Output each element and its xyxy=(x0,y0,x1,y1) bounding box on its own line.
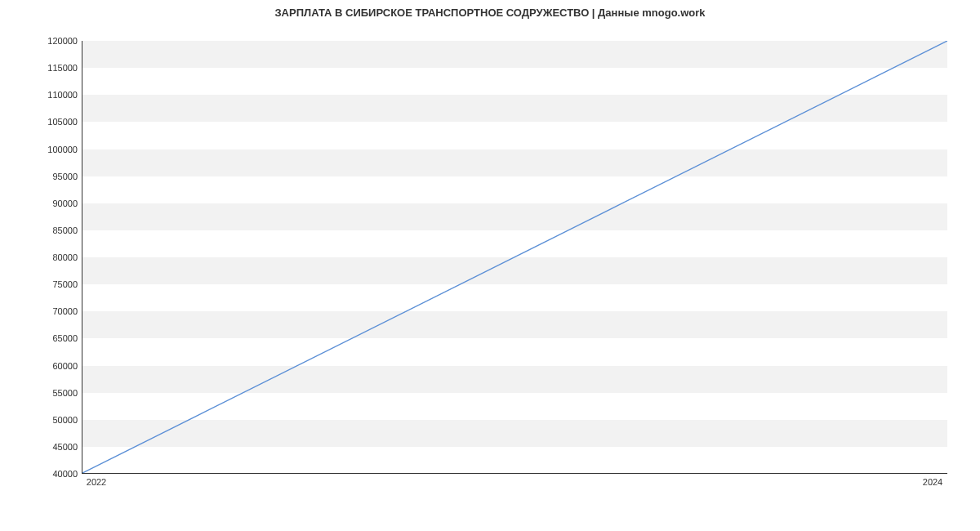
y-tick-label: 95000 xyxy=(52,172,78,181)
y-tick-label: 50000 xyxy=(52,415,78,425)
y-tick-label: 85000 xyxy=(52,225,78,235)
y-tick-label: 45000 xyxy=(52,442,78,452)
y-tick-label: 115000 xyxy=(47,63,78,73)
y-tick-label: 105000 xyxy=(47,117,78,127)
y-tick-label: 55000 xyxy=(52,388,78,398)
x-axis-labels: 20222024 xyxy=(82,477,947,493)
y-tick-label: 60000 xyxy=(52,361,78,371)
y-tick-label: 75000 xyxy=(52,279,78,289)
y-tick-label: 110000 xyxy=(47,90,78,100)
y-tick-label: 90000 xyxy=(52,199,78,208)
y-tick-label: 65000 xyxy=(52,333,78,343)
data-line xyxy=(82,41,947,473)
x-tick-label: 2024 xyxy=(923,477,942,487)
x-tick-label: 2022 xyxy=(87,477,106,487)
plot-area xyxy=(82,41,947,474)
y-tick-label: 80000 xyxy=(52,252,78,262)
salary-line-chart: ЗАРПЛАТА В СИБИРСКОЕ ТРАНСПОРТНОЕ СОДРУЖ… xyxy=(0,0,980,531)
y-tick-label: 100000 xyxy=(47,145,78,154)
y-axis-labels: 4000045000500005500060000650007000075000… xyxy=(0,41,78,474)
y-tick-label: 120000 xyxy=(47,36,78,46)
y-tick-label: 40000 xyxy=(52,469,78,479)
y-tick-label: 70000 xyxy=(52,306,78,316)
chart-title: ЗАРПЛАТА В СИБИРСКОЕ ТРАНСПОРТНОЕ СОДРУЖ… xyxy=(0,7,980,19)
